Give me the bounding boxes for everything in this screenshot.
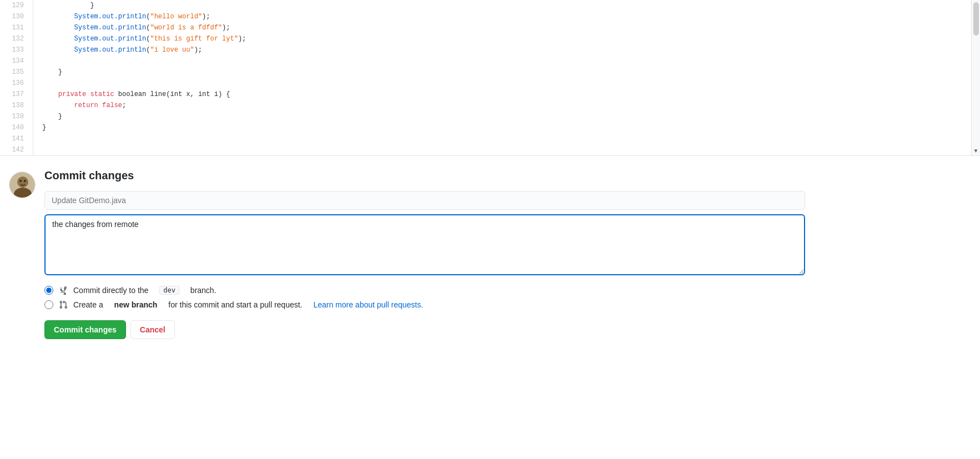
commit-title: Commit changes (44, 169, 805, 182)
commit-form: Commit changes Commit directly to the de… (44, 169, 805, 339)
line-content: } (33, 67, 980, 78)
commit-summary-input[interactable] (44, 191, 805, 210)
line-number: 135 (0, 67, 33, 78)
line-number: 129 (0, 0, 33, 11)
scrollbar-thumb[interactable] (973, 2, 979, 36)
line-content: System.out.println("this is gift for lyt… (33, 33, 980, 44)
table-row: 134 (0, 56, 980, 67)
commit-section: Commit changes Commit directly to the de… (0, 156, 980, 352)
code-section: 129 }130 System.out.println("hello world… (0, 0, 980, 156)
line-number: 138 (0, 100, 33, 111)
table-row: 135 } (0, 67, 980, 78)
table-row: 140} (0, 122, 980, 133)
radio-pr-option[interactable]: Create a new branch for this commit and … (44, 300, 805, 309)
line-number: 142 (0, 144, 33, 155)
avatar-container (9, 172, 36, 198)
scrollbar-down-arrow: ▼ (973, 148, 979, 153)
line-number: 131 (0, 22, 33, 33)
radio-direct-label: Commit directly to the (73, 286, 148, 295)
branch-badge: dev (159, 286, 179, 295)
table-row: 131 System.out.println("world is a fdfdf… (0, 22, 980, 33)
button-row: Commit changes Cancel (44, 320, 805, 339)
avatar (9, 172, 36, 198)
commit-changes-button[interactable]: Commit changes (44, 320, 126, 339)
radio-pr-bold: new branch (114, 300, 158, 309)
line-number: 139 (0, 111, 33, 122)
line-content (33, 144, 980, 155)
line-number: 136 (0, 78, 33, 89)
learn-more-link[interactable]: Learn more about pull requests. (313, 300, 423, 309)
cancel-button[interactable]: Cancel (130, 320, 175, 339)
line-number: 132 (0, 33, 33, 44)
line-content: } (33, 0, 980, 11)
line-number: 130 (0, 11, 33, 22)
radio-pr-suffix: for this commit and start a pull request… (168, 300, 302, 309)
line-content: System.out.println("world is a fdfdf"); (33, 22, 980, 33)
table-row: 138 return false; (0, 100, 980, 111)
table-row: 141 (0, 133, 980, 144)
scrollbar-area[interactable]: ▼ (971, 0, 980, 155)
radio-direct-option[interactable]: Commit directly to the dev branch. (44, 286, 805, 295)
svg-point-4 (24, 180, 26, 182)
line-number: 141 (0, 133, 33, 144)
pr-icon (59, 300, 68, 309)
table-row: 142 (0, 144, 980, 155)
commit-description-input[interactable] (44, 214, 805, 275)
page-container: 129 }130 System.out.println("hello world… (0, 0, 980, 352)
radio-direct-suffix: branch. (190, 286, 217, 295)
radio-pr[interactable] (44, 300, 53, 309)
line-content (33, 78, 980, 89)
line-content: return false; (33, 100, 980, 111)
line-content (33, 56, 980, 67)
radio-section: Commit directly to the dev branch. Creat… (44, 286, 805, 309)
line-content (33, 133, 980, 144)
table-row: 137 private static boolean line(int x, i… (0, 89, 980, 100)
table-row: 132 System.out.println("this is gift for… (0, 33, 980, 44)
line-content: System.out.println("hello world"); (33, 11, 980, 22)
line-content: } (33, 111, 980, 122)
table-row: 129 } (0, 0, 980, 11)
line-number: 140 (0, 122, 33, 133)
line-content: } (33, 122, 980, 133)
line-content: System.out.println("i love uu"); (33, 44, 980, 56)
code-table: 129 }130 System.out.println("hello world… (0, 0, 980, 155)
line-number: 133 (0, 44, 33, 56)
radio-direct[interactable] (44, 286, 53, 295)
commit-icon (59, 286, 68, 295)
table-row: 130 System.out.println("hello world"); (0, 11, 980, 22)
line-number: 134 (0, 56, 33, 67)
table-row: 133 System.out.println("i love uu"); (0, 44, 980, 56)
line-number: 137 (0, 89, 33, 100)
table-row: 136 (0, 78, 980, 89)
line-content: private static boolean line(int x, int i… (33, 89, 980, 100)
svg-point-3 (19, 180, 22, 182)
radio-pr-label: Create a (73, 300, 103, 309)
table-row: 139 } (0, 111, 980, 122)
svg-point-1 (17, 176, 28, 188)
